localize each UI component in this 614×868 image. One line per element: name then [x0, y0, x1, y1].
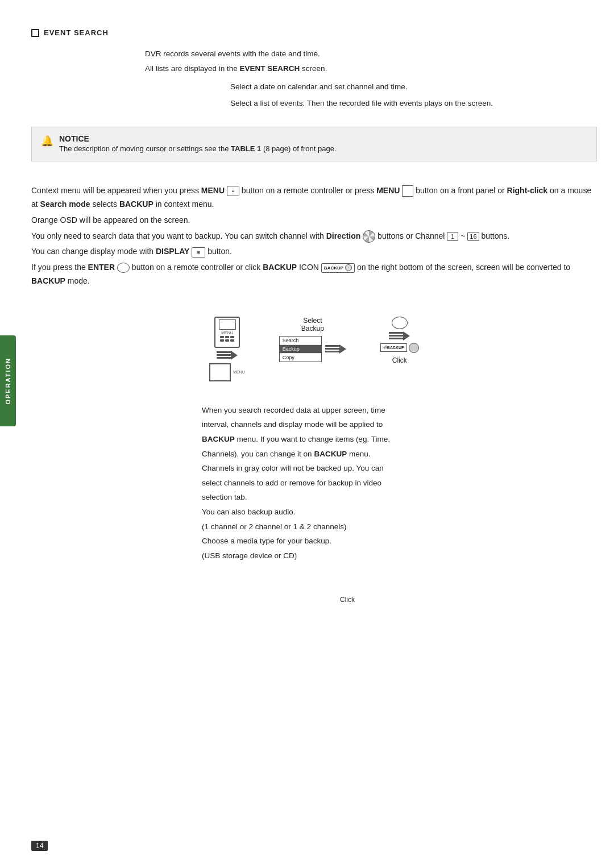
side-tab-label: OPERATION: [5, 358, 11, 405]
backup-icon-inline: BACKUP: [321, 263, 355, 273]
menu-item-3: Copy: [280, 354, 321, 362]
click-label-positioned: Click: [340, 596, 355, 604]
diagram-step3-group: ⏎BACKUP Click: [380, 317, 419, 364]
remote-btn: [220, 339, 224, 342]
remote-btn: [230, 336, 234, 338]
desc-line8: You can also backup audio.: [202, 506, 597, 518]
remote-btn: [220, 336, 224, 338]
desc-line6: select channels to add or remove for bac…: [202, 477, 597, 489]
side-tab-operation: OPERATION: [0, 335, 16, 426]
desc-line10: Choose a media type for your backup.: [202, 535, 597, 547]
arrow-line: [325, 348, 339, 350]
menu-item-1: Search: [280, 337, 321, 345]
desc-line1: When you search recorded data at upper s…: [202, 404, 597, 417]
channel-1-btn: 1: [447, 232, 458, 241]
desc-line2: interval, channels and display mode will…: [202, 418, 597, 431]
remote-btn: [225, 336, 229, 338]
arrow-head: [231, 351, 238, 360]
context-menu-box: Search Backup Copy: [279, 336, 322, 362]
page-number: 14: [31, 841, 48, 851]
remote-btn-row2: [217, 339, 237, 342]
operation-para1: Context menu will be appeared when you p…: [31, 184, 597, 211]
step3-arrow-lines: [389, 332, 403, 339]
remote-btn: [230, 339, 234, 342]
menu-item-backup-selected: Backup: [280, 345, 321, 354]
event-search-intro: DVR records several events with the date…: [145, 48, 597, 75]
checkbox-icon: [31, 29, 39, 37]
diagram-step2-group: Select Backup Search Backup Copy: [279, 317, 346, 362]
arrow-line: [389, 332, 403, 334]
arrow-after-remote: [217, 351, 238, 360]
arrow-line: [325, 345, 339, 347]
step3-arrow: [389, 331, 410, 340]
remote-representation: MENU: [209, 317, 245, 381]
display-btn-icon: ⊞: [192, 247, 205, 258]
notice-text: The description of moving cursor or sett…: [59, 144, 337, 153]
remote-screen: [219, 319, 236, 330]
arrow-lines: [217, 351, 231, 359]
desc-line11: (USB storage device or CD): [202, 550, 597, 562]
step2-label: Select Backup: [301, 317, 324, 333]
remote-btn-row1: [217, 336, 237, 338]
menu-button-icon: ≡: [227, 186, 239, 196]
backup-circle-diagram: [409, 343, 419, 353]
event-search-title: EVENT SEARCH: [44, 28, 109, 37]
notice-box: 🔔 NOTICE The description of moving curso…: [31, 127, 597, 162]
backup-circle-icon: [345, 264, 352, 271]
notice-title: NOTICE: [59, 134, 89, 143]
operation-text-block: Context menu will be appeared when you p…: [31, 184, 597, 288]
arrow-line: [389, 335, 403, 337]
event-search-intro-line2: All lists are displayed in the EVENT SEA…: [145, 63, 597, 74]
step3-content: ⏎BACKUP Click: [380, 317, 419, 364]
desc-line3: BACKUP menu. If you want to change items…: [202, 433, 597, 446]
operation-para3: You only need to search data that you wa…: [31, 230, 597, 243]
panel-icon-inline: [402, 185, 413, 197]
arrow-line: [325, 351, 339, 352]
step2-arrow-group: [325, 344, 346, 354]
channel-16-btn: 16: [467, 232, 479, 241]
backup-icon-area: ⏎BACKUP: [380, 343, 419, 353]
enter-btn-icon: [117, 263, 130, 273]
arrow-line: [217, 357, 231, 359]
diagram-area: MENU: [31, 305, 597, 393]
remote-menu-text: MENU: [217, 331, 237, 335]
event-search-step2: Select a list of events. Then the record…: [230, 97, 597, 110]
arrow-head: [339, 344, 346, 354]
arrow-line: [217, 351, 231, 353]
arrow-head: [403, 331, 410, 340]
remote-buttons: [217, 336, 237, 342]
panel-below: MENU: [209, 363, 245, 381]
event-search-intro-line1: DVR records several events with the date…: [145, 48, 597, 60]
remote-icon: MENU: [214, 317, 240, 348]
arrow-line: [217, 354, 231, 356]
panel-menu-label: MENU: [233, 370, 245, 374]
step2-arrow: [325, 344, 346, 354]
event-search-steps: Select a date on calendar and set channe…: [230, 81, 597, 110]
backup-label-box: ⏎BACKUP: [380, 343, 407, 352]
desc-line7: selection tab.: [202, 491, 597, 504]
desc-line5: Channels in gray color will not be backe…: [202, 462, 597, 475]
panel-icon: [209, 363, 231, 381]
enter-icon-diagram: [392, 317, 408, 329]
remote-btn: [225, 339, 229, 342]
description-text-block: When you search recorded data at upper s…: [202, 404, 597, 562]
operation-para2: Orange OSD will be appeared on the scree…: [31, 214, 597, 227]
event-search-section-header: EVENT SEARCH: [31, 28, 597, 37]
event-search-step1: Select a date on calendar and set channe…: [230, 81, 597, 93]
operation-para5: If you press the ENTER button on a remot…: [31, 261, 597, 288]
step2-arrow-lines: [325, 345, 339, 352]
notice-content: NOTICE The description of moving cursor …: [59, 134, 337, 155]
desc-line4: Channels), you can change it on BACKUP m…: [202, 448, 597, 460]
operation-para4: You can change display mode with DISPLAY…: [31, 245, 597, 259]
diagram-step1-group: MENU: [209, 317, 245, 381]
step2-content: Search Backup Copy: [279, 336, 346, 362]
click-label: Click: [392, 356, 407, 364]
desc-line9: (1 channel or 2 channel or 1 & 2 channel…: [202, 521, 597, 533]
notice-icon: 🔔: [41, 135, 53, 147]
direction-icon: [363, 230, 375, 243]
arrow-line: [389, 338, 403, 339]
